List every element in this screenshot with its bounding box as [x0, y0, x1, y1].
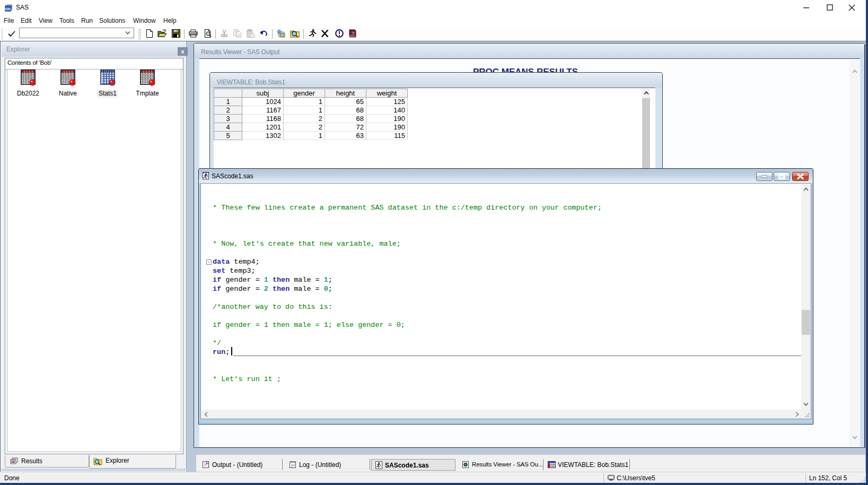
svg-text:?: ?	[352, 31, 354, 36]
svg-text:sas: sas	[5, 7, 11, 11]
